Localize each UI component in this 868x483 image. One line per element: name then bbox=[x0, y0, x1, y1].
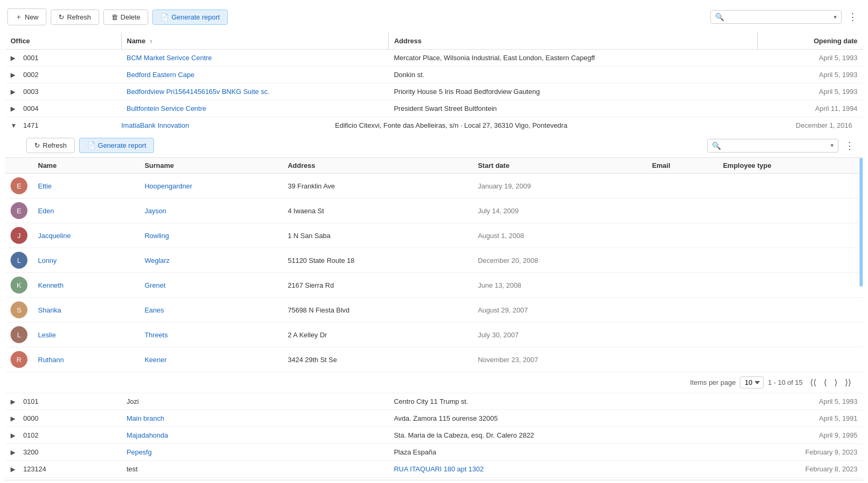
row-expand-toggle[interactable]: ▶ 123124 bbox=[5, 461, 121, 477]
sub-page-nav: ⟨⟨ ⟨ ⟩ ⟩⟩ bbox=[807, 376, 854, 389]
employee-name-cell: Ruthann bbox=[33, 347, 139, 372]
avatar-cell: J bbox=[5, 223, 33, 248]
row-expand-toggle[interactable]: ▶ 3200 bbox=[5, 444, 121, 460]
office-name: test bbox=[127, 465, 138, 473]
employee-name-link[interactable]: Kenneth bbox=[38, 281, 63, 289]
table-row: ▶ 0001 BCM Market Serivce Centre Mercato… bbox=[5, 50, 863, 67]
employee-name-link[interactable]: Sharika bbox=[38, 306, 61, 314]
employee-surname-link[interactable]: Jayson bbox=[144, 207, 166, 215]
employee-start-date-cell: January 19, 2009 bbox=[472, 174, 647, 198]
employee-surname-link[interactable]: Grenet bbox=[144, 281, 166, 289]
expand-icon[interactable]: ▶ bbox=[11, 466, 21, 473]
search-dropdown-icon[interactable]: ▾ bbox=[834, 14, 837, 21]
employee-surname-link[interactable]: Hoopengardner bbox=[144, 182, 192, 190]
employee-name-link[interactable]: Ettie bbox=[38, 182, 52, 190]
sub-toolbar-right: 🔍 ▾ ⋮ bbox=[707, 139, 857, 153]
refresh-button[interactable]: ↻ Refresh bbox=[51, 10, 99, 25]
search-input[interactable] bbox=[726, 13, 832, 21]
office-id: 0102 bbox=[21, 431, 116, 439]
row-expand-toggle[interactable]: ▼ 1471 ImatiaBank Innovation Edificio Ci… bbox=[5, 117, 863, 134]
name-cell: Bultfontein Service Centre bbox=[121, 100, 389, 117]
office-column-label: Office bbox=[11, 37, 30, 45]
table-row: ▶ 0002 Bedford Eastern Cape Donkin st. A… bbox=[5, 67, 863, 83]
employee-name-link[interactable]: Ruthann bbox=[38, 356, 64, 364]
expand-icon[interactable]: ▶ bbox=[11, 88, 21, 96]
email-column-header: Email bbox=[647, 158, 718, 174]
row-expand-toggle[interactable]: ▶ 0102 bbox=[5, 427, 121, 443]
sub-last-page-button[interactable]: ⟩⟩ bbox=[842, 376, 854, 389]
expand-icon[interactable]: ▶ bbox=[11, 398, 21, 405]
row-expand-toggle[interactable]: ▶ 0002 bbox=[5, 67, 121, 83]
employee-surname-link[interactable]: Rowling bbox=[144, 232, 169, 240]
employee-type-cell bbox=[718, 174, 863, 198]
sub-refresh-icon: ↻ bbox=[34, 141, 40, 149]
row-expand-toggle[interactable]: ▶ 0003 bbox=[5, 83, 121, 100]
employee-start-date-cell: August 1, 2008 bbox=[472, 223, 647, 248]
employee-surname-link[interactable]: Eanes bbox=[144, 306, 164, 314]
sub-prev-page-button[interactable]: ⟨ bbox=[821, 376, 830, 389]
office-name-link[interactable]: Majadahonda bbox=[127, 431, 168, 439]
row-expand-toggle[interactable]: ▶ 0000 bbox=[5, 410, 121, 427]
employee-surname-cell: Rowling bbox=[139, 223, 283, 248]
expand-icon[interactable]: ▶ bbox=[11, 54, 21, 62]
table-row: ▶ 0004 Bultfontein Service Centre Presid… bbox=[5, 100, 863, 117]
expand-icon[interactable]: ▶ bbox=[11, 449, 21, 456]
employee-name-link[interactable]: Leslie bbox=[38, 331, 56, 339]
name-column-header[interactable]: Name ↑ bbox=[121, 33, 389, 50]
sub-search-dropdown-icon[interactable]: ▾ bbox=[831, 142, 834, 149]
employee-type-cell bbox=[718, 223, 863, 248]
start-date-column-header: Start date bbox=[472, 158, 647, 174]
generate-report-button[interactable]: 📄 Generate report bbox=[152, 10, 228, 25]
office-name-link[interactable]: Bedford Eastern Cape bbox=[127, 71, 195, 79]
delete-button[interactable]: 🗑 Delete bbox=[103, 10, 149, 25]
table-row: ▶ 0101 Jozi Centro City 11 Trump st. Apr… bbox=[5, 393, 863, 410]
office-name-link[interactable]: Main branch bbox=[127, 414, 165, 422]
app-container: ＋ New ↻ Refresh 🗑 Delete 📄 Generate repo… bbox=[0, 0, 868, 483]
office-id: 0004 bbox=[21, 105, 116, 112]
office-name-link[interactable]: Pepesfg bbox=[127, 448, 152, 456]
row-expand-toggle[interactable]: ▶ 0001 bbox=[5, 50, 121, 66]
employee-surname-link[interactable]: Threets bbox=[144, 331, 168, 339]
sub-generate-report-button[interactable]: 📄 Generate report bbox=[79, 138, 155, 153]
sub-search-input[interactable] bbox=[723, 141, 828, 149]
office-id: 3200 bbox=[21, 448, 116, 456]
sub-more-options-button[interactable]: ⋮ bbox=[842, 139, 857, 153]
name-sub-column-header: Name bbox=[33, 158, 139, 174]
expand-icon[interactable]: ▶ bbox=[11, 432, 21, 439]
employee-surname-link[interactable]: Keener bbox=[144, 356, 167, 364]
collapse-icon[interactable]: ▼ bbox=[11, 122, 21, 129]
address-cell: Donkin st. bbox=[389, 67, 757, 83]
top-toolbar: ＋ New ↻ Refresh 🗑 Delete 📄 Generate repo… bbox=[5, 5, 863, 29]
employee-name-cell: Lonny bbox=[33, 248, 139, 273]
expand-icon[interactable]: ▶ bbox=[11, 105, 21, 112]
generate-report-label: Generate report bbox=[171, 13, 220, 21]
address-link[interactable]: RUA ITAQUARI 180 apt 1302 bbox=[394, 465, 484, 473]
employee-name-link[interactable]: Jacqueline bbox=[38, 232, 71, 240]
row-expand-toggle[interactable]: ▶ 0004 bbox=[5, 100, 121, 117]
avatar: L bbox=[11, 252, 27, 269]
sub-search-box: 🔍 ▾ bbox=[707, 139, 838, 153]
row-expand-toggle[interactable]: ▶ 0101 bbox=[5, 393, 121, 410]
avatar-column-header bbox=[5, 158, 33, 174]
employee-name-link[interactable]: Eden bbox=[38, 207, 54, 215]
employee-surname-link[interactable]: Weglarz bbox=[144, 257, 169, 264]
employee-row: L Lonny Weglarz 51120 State Route 18 Dec… bbox=[5, 248, 863, 273]
expand-icon[interactable]: ▶ bbox=[11, 415, 21, 422]
sub-first-page-button[interactable]: ⟨⟨ bbox=[807, 376, 819, 389]
sub-items-per-page-select[interactable]: 102550 bbox=[740, 376, 764, 389]
more-options-button[interactable]: ⋮ bbox=[845, 10, 861, 24]
name-cell: Majadahonda bbox=[121, 427, 389, 444]
bottom-pagination: Items per page 10 25 50 1 - 10 of 13 ⟨⟨ … bbox=[5, 480, 863, 483]
employee-email-cell bbox=[647, 198, 718, 223]
new-button[interactable]: ＋ New bbox=[7, 8, 46, 25]
sub-refresh-button[interactable]: ↻ Refresh bbox=[26, 138, 75, 153]
table-row: ▶ 0003 Bedfordview Pri15641456165v BNKG … bbox=[5, 83, 863, 100]
office-name-link[interactable]: BCM Market Serivce Centre bbox=[127, 54, 212, 62]
avatar-cell: L bbox=[5, 323, 33, 347]
sub-next-page-button[interactable]: ⟩ bbox=[831, 376, 841, 389]
office-name-link[interactable]: Bultfontein Service Centre bbox=[127, 105, 206, 112]
expand-icon[interactable]: ▶ bbox=[11, 71, 21, 79]
opening-date-cell: April 5, 1993 bbox=[757, 83, 863, 100]
employee-name-link[interactable]: Lonny bbox=[38, 257, 56, 264]
office-name-link[interactable]: Bedfordview Pri15641456165v BNKG Suite s… bbox=[127, 88, 269, 96]
